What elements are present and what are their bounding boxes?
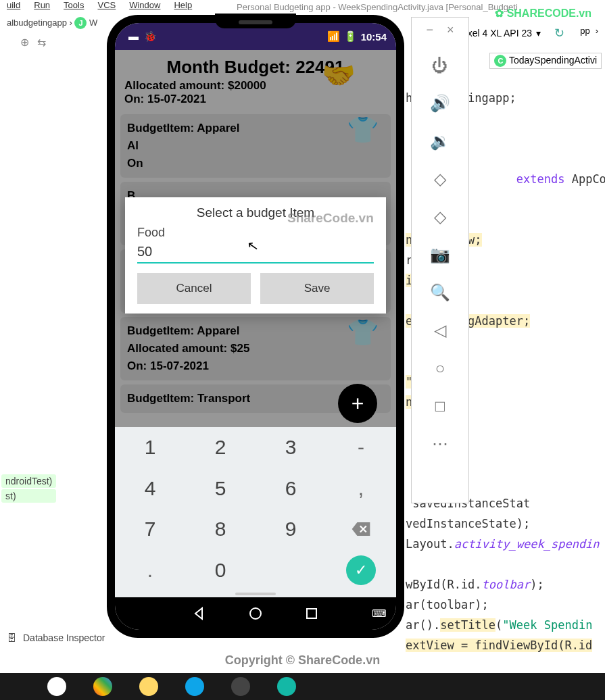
code-line: AppCompatA [572,172,605,186]
phone-speaker [239,20,272,24]
database-inspector-label[interactable]: Database Inspector [23,632,105,643]
camera-icon[interactable]: 📷 [430,245,450,264]
key-1[interactable]: 1 [115,427,185,468]
code-keyword: extends [516,172,565,186]
key-8[interactable]: 8 [185,509,256,550]
debug-icon: 🐞 [144,30,157,43]
battery-icon: 🔋 [344,30,357,43]
rotate-left-icon[interactable]: ◇ [434,170,446,189]
numeric-keyboard: 1 2 3 - 4 5 6 , 7 8 9 . 0 [115,427,396,597]
taskbar-app-1[interactable] [47,677,66,696]
notification-icon: ▬ [128,30,139,43]
key-empty [256,550,326,591]
phone-frame: ▬ 🐞 📶 🔋 10:54 Month Budget: 22491 Alloca… [107,15,404,638]
nav-home[interactable] [227,607,283,620]
key-backspace[interactable] [326,509,396,550]
code-line: Layout. [406,537,454,551]
menu-help[interactable]: Help [174,0,192,14]
menu-run[interactable]: Run [34,0,50,14]
code-line: activity_week_spendin [454,537,600,551]
copyright: Copyright © ShareCode.vn [0,653,605,668]
emulator-toolbar: − × ⏻ 🔊 🔉 ◇ ◇ 📷 🔍 ◁ ○ □ ⋯ [411,17,469,503]
java-icon: C [494,55,506,67]
key-4[interactable]: 4 [115,468,185,509]
home-icon[interactable]: ○ [435,359,445,378]
close-icon[interactable]: × [447,23,454,37]
svg-rect-1 [307,609,316,618]
target-icon[interactable]: ⊕ [20,36,29,49]
windows-taskbar [0,673,605,700]
java-icon: J [74,17,87,29]
window-title: Personal Budgeting app - WeekSpendingAct… [237,2,518,12]
taskbar-explorer[interactable] [139,677,158,696]
menu-build[interactable]: uild [7,0,20,14]
key-dash[interactable]: - [326,427,396,468]
watermark: ShareCode.vn [287,211,374,226]
nav-back[interactable] [171,607,227,620]
nav-keyboard-icon[interactable]: ⌨ [372,607,387,620]
menu-tools[interactable]: Tools [64,0,84,14]
phone-screen: ▬ 🐞 📶 🔋 10:54 Month Budget: 22491 Alloca… [115,23,396,630]
tree-item[interactable]: ndroidTest) [1,474,56,488]
volume-down-icon[interactable]: 🔉 [430,132,450,151]
device-selector[interactable]: ixel 4 XL API 23 ▾ ↻ [466,26,564,41]
volume-up-icon[interactable]: 🔊 [430,94,450,113]
key-9[interactable]: 9 [256,509,326,550]
code-line: wById(R.id. [406,578,482,591]
overview-icon[interactable]: □ [435,397,445,416]
device-label: ixel 4 XL API 23 [466,28,532,39]
android-navbar: ⌨ [115,597,396,630]
key-7[interactable]: 7 [115,509,185,550]
tab-label: TodaySpendingActivi [509,55,597,66]
taskbar-android-studio[interactable] [277,677,296,696]
breadcrumb-text: albudgetingapp [7,18,67,28]
taskbar-chrome[interactable] [93,677,112,696]
key-6[interactable]: 6 [256,468,326,509]
rotate-right-icon[interactable]: ◇ [434,207,446,226]
nav-overview[interactable] [284,607,340,620]
minimize-icon[interactable]: − [426,23,433,37]
collapse-icon[interactable]: ⇆ [37,36,46,49]
taskbar-app-5[interactable] [231,677,250,696]
refresh-icon[interactable]: ↻ [554,26,564,41]
key-0[interactable]: 0 [185,550,256,591]
save-button[interactable]: Save [260,273,374,304]
more-icon[interactable]: ⋯ [432,434,448,453]
clock: 10:54 [361,31,387,43]
back-icon[interactable]: ◁ [434,321,446,340]
tree-item[interactable]: st) [1,489,56,503]
power-icon[interactable]: ⏻ [432,56,448,75]
key-dot[interactable]: . [115,550,185,591]
project-tree-partial: ndroidTest) st) [0,473,57,504]
taskbar-app-4[interactable] [185,677,204,696]
key-3[interactable]: 3 [256,427,326,468]
code-line: toolbar [482,578,531,591]
code-line: vedInstanceState); [406,517,530,530]
key-done[interactable]: ✓ [326,550,396,591]
cancel-button[interactable]: Cancel [137,273,251,304]
key-2[interactable]: 2 [185,427,256,468]
signal-icon: 📶 [327,30,340,43]
code-line: ar(toolbar); [406,598,489,611]
key-5[interactable]: 5 [185,468,256,509]
editor-tab[interactable]: C TodaySpendingActivi [489,53,602,69]
keyboard-handle[interactable] [115,591,396,597]
breadcrumb-middle: pp [580,26,589,36]
menu-vcs[interactable]: VCS [97,0,116,14]
menu-window[interactable]: Window [129,0,160,14]
add-button[interactable]: + [338,384,377,423]
sharecode-logo: ✿ SHARECODE.vn [495,7,591,20]
zoom-icon[interactable]: 🔍 [430,283,450,302]
svg-point-0 [250,608,261,619]
key-comma[interactable]: , [326,468,396,509]
database-inspector-icon[interactable]: 🗄 [7,632,16,643]
breadcrumb-right: pp › [580,26,598,36]
